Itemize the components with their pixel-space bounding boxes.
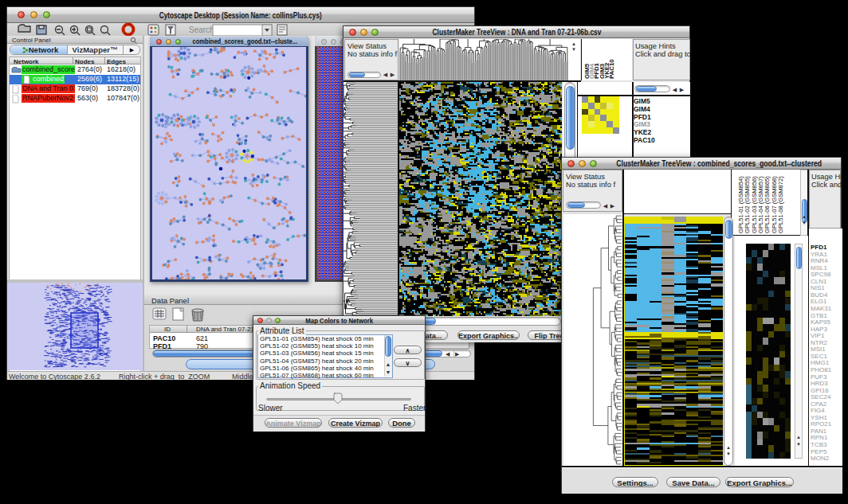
svg-text:PAC10: PAC10	[608, 59, 615, 79]
svg-text:Search:: Search:	[189, 25, 216, 34]
svg-text:GPL51-08 (GSM872): GPL51-08 (GSM872)	[777, 176, 784, 233]
